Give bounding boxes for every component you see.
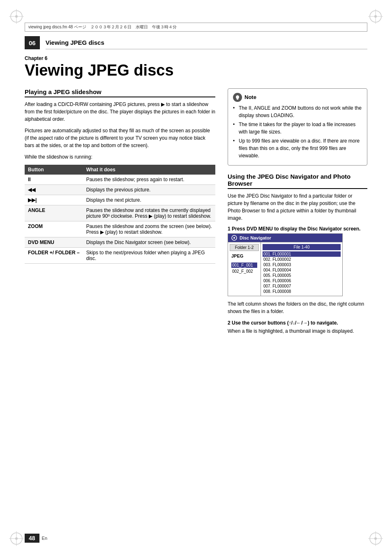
table-cell-button: ZOOM bbox=[25, 221, 83, 237]
table-row: ZOOM Pauses the slideshow and zooms the … bbox=[25, 221, 215, 237]
table-cell-button: ▶▶| bbox=[25, 195, 83, 205]
disc-nav-titlebar: Disc Navigator bbox=[228, 234, 342, 242]
right-column: Note The II, ANGLE and ZOOM buttons do n… bbox=[228, 88, 367, 340]
chapter-num: 06 bbox=[29, 39, 36, 46]
page-footer: 48 En bbox=[25, 534, 367, 543]
corner-mark-tl bbox=[8, 8, 25, 25]
table-row: FOLDER +/ FOLDER – Skips to the next/pre… bbox=[25, 247, 215, 263]
disc-navigator-screenshot: Disc Navigator Folder 1-2 JPEG 001_F_001… bbox=[228, 233, 343, 296]
step1: 1 Press DVD MENU to display the Disc Nav… bbox=[228, 226, 367, 315]
disc-nav-file-row: 004. FL000004 bbox=[263, 267, 341, 273]
chapter-num-box: 06 bbox=[25, 36, 40, 49]
corner-mark-tr bbox=[367, 8, 384, 25]
table-cell-desc: Displays the Disc Navigator screen (see … bbox=[83, 237, 215, 247]
table-cell-desc: Skips to the next/previous folder when p… bbox=[83, 247, 215, 263]
svg-point-18 bbox=[233, 237, 235, 239]
big-title: Viewing JPEG discs bbox=[25, 62, 367, 79]
table-row: DVD MENU Displays the Disc Navigator scr… bbox=[25, 237, 215, 247]
chapter-title: Viewing JPEG discs bbox=[46, 39, 104, 46]
disc-nav-caption: The left column shows the folders on the… bbox=[228, 300, 367, 315]
table-cell-desc: Displays the previous picture. bbox=[83, 184, 215, 195]
page-lang: En bbox=[42, 536, 47, 541]
page-number: 48 bbox=[29, 535, 35, 541]
disc-nav-folders: 001_F_001002_F_002 bbox=[230, 262, 259, 276]
disc-nav-file-row: 005. FL000005 bbox=[263, 273, 341, 278]
table-row: II Pauses the slideshow; press again to … bbox=[25, 175, 215, 185]
table-cell-desc: Displays the next picture. bbox=[83, 195, 215, 205]
note-bullet: The time it takes for the player to load… bbox=[233, 121, 362, 136]
note-bullet: Up to 999 files are viewable on a disc. … bbox=[233, 137, 362, 159]
disc-nav-file-header: File 1-40 bbox=[263, 244, 341, 250]
table-row: ANGLE Pauses the slideshow and rotates t… bbox=[25, 205, 215, 221]
section2-para1: Use the JPEG Disc Navigator to find a pa… bbox=[228, 192, 367, 222]
step2-desc: When a file is highlighted, a thumbnail … bbox=[228, 327, 367, 335]
disc-nav-title: Disc Navigator bbox=[240, 235, 271, 240]
table-cell-desc: Pauses the slideshow and rotates the cur… bbox=[83, 205, 215, 221]
table-cell-button: DVD MENU bbox=[25, 237, 83, 247]
table-col2-header: What it does bbox=[83, 165, 215, 175]
main-content: Chapter 6 Viewing JPEG discs Playing a J… bbox=[25, 55, 367, 522]
table-cell-button: ANGLE bbox=[25, 205, 83, 221]
disc-nav-right-panel: File 1-40 001. FL000001002. FL000002003.… bbox=[261, 242, 342, 296]
disc-nav-file-row: 003. FL000003 bbox=[263, 262, 341, 267]
table-cell-button: II bbox=[25, 175, 83, 185]
corner-mark-bl bbox=[8, 530, 25, 547]
chapter-title-box: Viewing JPEG discs bbox=[46, 36, 367, 49]
corner-mark-br bbox=[367, 530, 384, 547]
note-list: The II, ANGLE and ZOOM buttons do not wo… bbox=[233, 104, 362, 159]
disc-nav-body: Folder 1-2 JPEG 001_F_001002_F_002 File … bbox=[228, 242, 342, 296]
chapter-header: 06 Viewing JPEG discs bbox=[25, 36, 367, 49]
page-number-box: 48 bbox=[25, 534, 39, 543]
disc-nav-folder-header: Folder 1-2 bbox=[230, 244, 259, 251]
disc-nav-left-panel: Folder 1-2 JPEG 001_F_001002_F_002 bbox=[228, 242, 261, 296]
svg-rect-16 bbox=[237, 99, 238, 100]
step2-label: 2 Use the cursor buttons (↑/↓/←/→) to na… bbox=[228, 320, 367, 326]
svg-point-7 bbox=[374, 15, 377, 18]
section1-para1: After loading a CD/CD-R/RW containing JP… bbox=[25, 101, 215, 123]
disc-nav-file-row: 006. FL000006 bbox=[263, 278, 341, 283]
section2-heading: Using the JPEG Disc Navigator and Photo … bbox=[228, 173, 367, 189]
step1-label: 1 Press DVD MENU to display the Disc Nav… bbox=[228, 226, 367, 232]
note-icon bbox=[233, 93, 242, 102]
table-col1-header: Button bbox=[25, 165, 83, 175]
svg-point-15 bbox=[374, 537, 377, 540]
big-chapter-label: Chapter 6 bbox=[25, 55, 367, 61]
button-table: Button What it does II Pauses the slides… bbox=[25, 165, 215, 264]
filename-bar: viewing jpeg discs.fm 48 ページ ２００３年２月２６日 … bbox=[25, 23, 367, 32]
disc-nav-file-row: 002. FL000002 bbox=[263, 257, 341, 262]
filename-text: viewing jpeg discs.fm 48 ページ ２００３年２月２６日 … bbox=[28, 24, 177, 30]
section1-para2: Pictures are automatically adjusted so t… bbox=[25, 127, 215, 149]
note-bullet: The II, ANGLE and ZOOM buttons do not wo… bbox=[233, 104, 362, 119]
table-cell-desc: Pauses the slideshow; press again to res… bbox=[83, 175, 215, 185]
disc-nav-folder-item: 001_F_001 bbox=[231, 263, 257, 268]
svg-point-3 bbox=[15, 15, 18, 18]
note-header: Note bbox=[233, 93, 362, 102]
note-label: Note bbox=[244, 93, 256, 101]
disc-nav-file-row: 008. FL000008 bbox=[263, 289, 341, 294]
disc-nav-files: 001. FL000001002. FL000002003. FL0000030… bbox=[263, 251, 341, 294]
step2: 2 Use the cursor buttons (↑/↓/←/→) to na… bbox=[228, 320, 367, 335]
disc-nav-jpeg-label: JPEG bbox=[230, 253, 259, 259]
disc-icon bbox=[231, 235, 237, 241]
svg-point-11 bbox=[15, 537, 18, 540]
disc-nav-file-row: 007. FL000007 bbox=[263, 283, 341, 289]
table-cell-button: FOLDER +/ FOLDER – bbox=[25, 247, 83, 263]
note-box: Note The II, ANGLE and ZOOM buttons do n… bbox=[228, 88, 367, 166]
table-cell-desc: Pauses the slideshow and zooms the scree… bbox=[83, 221, 215, 237]
disc-nav-folder-item: 002_F_002 bbox=[231, 269, 257, 274]
left-column: Playing a JPEG slideshow After loading a… bbox=[25, 88, 215, 340]
disc-nav-file-row: 001. FL000001 bbox=[263, 251, 341, 257]
two-col-layout: Playing a JPEG slideshow After loading a… bbox=[25, 88, 367, 340]
table-cell-button: ◀◀ bbox=[25, 184, 83, 195]
table-row: ▶▶| Displays the next picture. bbox=[25, 195, 215, 205]
section1-heading: Playing a JPEG slideshow bbox=[25, 88, 215, 97]
table-row: ◀◀ Displays the previous picture. bbox=[25, 184, 215, 195]
section1-para3: While the slideshow is running: bbox=[25, 153, 215, 161]
